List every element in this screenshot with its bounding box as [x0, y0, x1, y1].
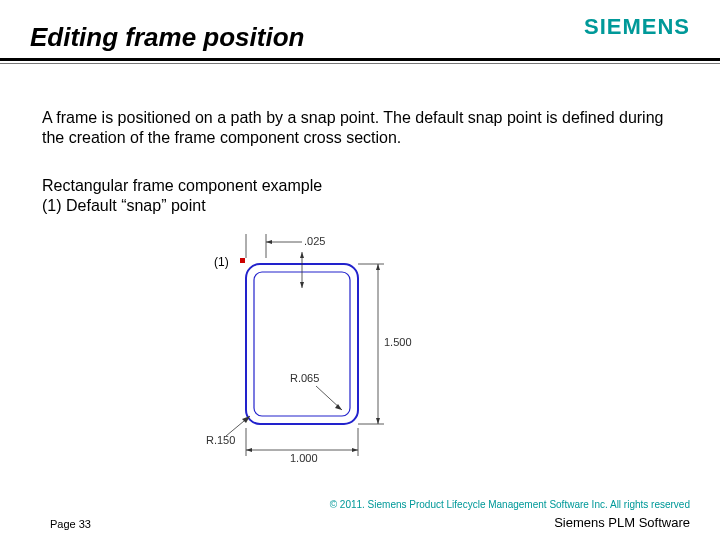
- arrow-icon: [376, 418, 380, 424]
- example-line-2: (1) Default “snap” point: [42, 196, 442, 216]
- example-caption: Rectangular frame component example (1) …: [42, 176, 442, 216]
- arrow-icon: [376, 264, 380, 270]
- divider-thin: [0, 63, 720, 64]
- snap-point-marker: [240, 258, 245, 263]
- arrow-icon: [300, 282, 304, 288]
- page-title: Editing frame position: [30, 22, 304, 53]
- example-line-1: Rectangular frame component example: [42, 176, 442, 196]
- dim-height-label: 1.500: [384, 336, 412, 348]
- callout-label: (1): [214, 255, 229, 269]
- footer-page-number: Page 33: [50, 518, 91, 530]
- technical-diagram: (1) .025 1.500 R.065: [206, 228, 452, 468]
- arrow-icon: [352, 448, 358, 452]
- frame-inner: [254, 272, 350, 416]
- arrow-icon: [266, 240, 272, 244]
- dim-radius-label: R.150: [206, 434, 235, 446]
- footer-product: Siemens PLM Software: [554, 515, 690, 530]
- arrow-icon: [300, 252, 304, 258]
- divider-thick: [0, 58, 720, 61]
- siemens-logo: SIEMENS: [584, 14, 690, 40]
- dim-fillet-label: R.065: [290, 372, 319, 384]
- arrow-icon: [246, 448, 252, 452]
- body-paragraph: A frame is positioned on a path by a sna…: [42, 108, 678, 148]
- slide: SIEMENS Editing frame position A frame i…: [0, 0, 720, 540]
- footer-copyright: © 2011. Siemens Product Lifecycle Manage…: [330, 499, 690, 510]
- dim-width-label: 1.000: [290, 452, 318, 464]
- dim-top-label: .025: [304, 235, 325, 247]
